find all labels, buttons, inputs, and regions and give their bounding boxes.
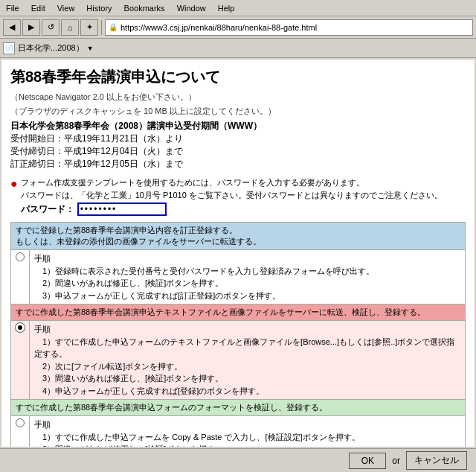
flash-button[interactable]: ✦ bbox=[80, 19, 98, 36]
table-row: 手順 1）すでに作成した申込フォームのテキストファイルと画像ファイルを[Brow… bbox=[11, 321, 466, 400]
info-label: 日本化学会第88春季年会（2008）講演申込受付期間（WWW） bbox=[10, 120, 466, 133]
back-icon: ◀ bbox=[9, 22, 15, 32]
tab-label[interactable]: 日本化学...2008） bbox=[18, 42, 84, 54]
password-label: パスワード： bbox=[21, 203, 74, 216]
home-button[interactable]: ⌂ bbox=[61, 19, 79, 36]
ok-button[interactable]: OK bbox=[349, 453, 386, 469]
forward-button[interactable]: ▶ bbox=[22, 19, 40, 36]
address-text: https://www3.csj.jp/nenkai/88haru/nenkai… bbox=[120, 23, 317, 32]
table-row: 手順 1）登録時に表示された受付番号と受付パスワードを入力し登録済みフォームを呼… bbox=[11, 250, 466, 304]
note1: （Netscape Navigator 2.0 以上をお使い下さい。） bbox=[10, 92, 466, 103]
option2-content: 手順 1）すでに作成した申込フォームのテキストファイルと画像ファイルを[Brow… bbox=[30, 321, 466, 400]
bottom-bar: OK or キャンセル bbox=[0, 448, 476, 472]
option1-header: すでに登録した第88春季年会講演申込内容を訂正登録する。もしくは、未登録の添付図… bbox=[11, 223, 466, 250]
option2-radio[interactable] bbox=[16, 323, 25, 332]
tab-icon: 📄 bbox=[3, 42, 15, 54]
menu-help[interactable]: Help bbox=[215, 2, 238, 14]
note2: （ブラウザのディスクキャッシュを 10 MB 以上に設定してください。） bbox=[10, 106, 466, 117]
menu-bar: File Edit View History Bookmarks Window … bbox=[0, 0, 476, 16]
toolbar: ◀ ▶ ↺ ⌂ ✦ 🔒 https://www3.csj.jp/nenkai/8… bbox=[0, 16, 476, 39]
password-notice: フォーム作成支援テンプレートを使用するためには、パスワードを入力する必要がありま… bbox=[21, 176, 443, 201]
option1-radio[interactable] bbox=[16, 252, 25, 261]
password-info: フォーム作成支援テンプレートを使用するためには、パスワードを入力する必要がありま… bbox=[21, 176, 443, 216]
info-block: 日本化学会第88春季年会（2008）講演申込受付期間（WWW） 受付開始日：平成… bbox=[10, 120, 466, 170]
correction-date: 訂正締切日：平成19年12月05日（水）まで bbox=[10, 158, 466, 170]
option3-header: すでに作成した第88春季年会講演申込フォームのフォーマットを検証し、登録する。 bbox=[11, 400, 466, 416]
home-icon: ⌂ bbox=[68, 23, 73, 32]
flash-icon: ✦ bbox=[86, 22, 93, 32]
toolbar-separator bbox=[101, 20, 102, 35]
menu-history[interactable]: History bbox=[83, 2, 115, 14]
tab-bar: 📄 日本化学...2008） ▼ bbox=[0, 39, 476, 58]
option3-content: 手順 1）すでに作成した申込フォームを Copy & Paste で入力し、[検… bbox=[30, 416, 466, 447]
start-date: 受付開始日：平成19年11月21日（水）より bbox=[10, 133, 466, 145]
reload-icon: ↺ bbox=[48, 22, 54, 32]
menu-window[interactable]: Window bbox=[174, 2, 209, 14]
lock-icon: 🔒 bbox=[109, 23, 118, 31]
password-section: ● フォーム作成支援テンプレートを使用するためには、パスワードを入力する必要があ… bbox=[10, 176, 466, 216]
password-input[interactable] bbox=[77, 202, 167, 216]
table-row: 手順 1）すでに作成した申込フォームを Copy & Paste で入力し、[検… bbox=[11, 416, 466, 447]
back-button[interactable]: ◀ bbox=[3, 19, 21, 36]
table-row: すでに作成した第88春季年会講演申込フォームのフォーマットを検証し、登録する。 bbox=[11, 400, 466, 416]
password-row: パスワード： bbox=[21, 202, 443, 216]
option1-content: 手順 1）登録時に表示された受付番号と受付パスワードを入力し登録済みフォームを呼… bbox=[30, 250, 466, 304]
table-row: すでに登録した第88春季年会講演申込内容を訂正登録する。もしくは、未登録の添付図… bbox=[11, 223, 466, 250]
address-bar[interactable]: 🔒 https://www3.csj.jp/nenkai/88haru/nenk… bbox=[105, 19, 473, 36]
option3-radio[interactable] bbox=[16, 418, 25, 427]
options-table: すでに登録した第88春季年会講演申込内容を訂正登録する。もしくは、未登録の添付図… bbox=[10, 222, 466, 447]
menu-view[interactable]: View bbox=[54, 2, 78, 14]
forward-icon: ▶ bbox=[28, 22, 34, 32]
option3-radio-cell[interactable] bbox=[11, 416, 30, 447]
option2-radio-cell[interactable] bbox=[11, 321, 30, 400]
option1-radio-cell[interactable] bbox=[11, 250, 30, 304]
or-label: or bbox=[392, 456, 400, 466]
menu-bookmarks[interactable]: Bookmarks bbox=[121, 2, 168, 14]
page-content: 第88春季年会講演申込について （Netscape Navigator 2.0 … bbox=[1, 60, 475, 447]
red-dot-icon: ● bbox=[10, 176, 18, 191]
table-row: すでに作成した第88春季年会講演申込テキストファイルと画像ファイルをサーバーに転… bbox=[11, 304, 466, 321]
tab-dropdown-icon[interactable]: ▼ bbox=[87, 45, 94, 52]
menu-file[interactable]: File bbox=[3, 2, 22, 14]
menu-edit[interactable]: Edit bbox=[28, 2, 48, 14]
option2-header: すでに作成した第88春季年会講演申込テキストファイルと画像ファイルをサーバーに転… bbox=[11, 304, 466, 321]
end-date: 受付締切日：平成19年12月04日（火）まで bbox=[10, 145, 466, 158]
page-title: 第88春季年会講演申込について bbox=[10, 67, 466, 87]
cancel-button[interactable]: キャンセル bbox=[406, 451, 467, 470]
reload-button[interactable]: ↺ bbox=[42, 19, 60, 36]
